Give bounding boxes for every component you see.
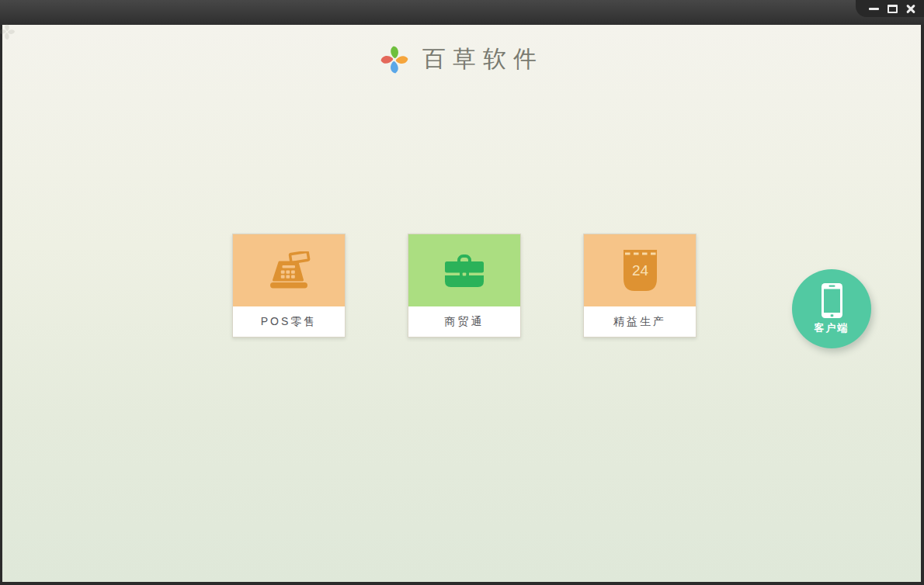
trade-tile-top [408,234,520,306]
maximize-icon [888,5,898,13]
close-icon [905,3,916,14]
product-card-lean[interactable]: 24 精益生产 [583,234,696,338]
client-button-label: 客户端 [815,321,849,335]
product-label-lean: 精益生产 [584,306,696,337]
product-label-trade: 商贸通 [408,306,520,337]
briefcase-icon [445,254,484,287]
calendar-icon: 24 [622,250,658,291]
product-label-pos: POS零售 [233,306,345,337]
app-title: 百草软件 [422,43,544,75]
pinwheel-logo-icon [380,45,409,74]
title-bar[interactable] [0,0,924,25]
minimize-icon [869,8,879,10]
app-window: 百草软件 [0,0,924,585]
window-controls [856,0,924,17]
app-header: 百草软件 [2,43,921,75]
client-app-button[interactable]: 客户端 [792,269,871,348]
lean-tile-top: 24 [584,234,696,306]
calendar-day-number: 24 [631,262,648,279]
product-card-pos[interactable]: POS零售 [232,234,346,338]
minimize-button[interactable] [867,1,881,16]
cash-register-icon [266,251,312,290]
corner-watermark-pinwheel-icon [0,23,16,43]
smartphone-icon [821,282,843,319]
pos-tile-top [233,234,345,306]
maximize-button[interactable] [885,1,899,16]
main-content: 百草软件 [2,25,921,582]
product-tiles: POS零售 商贸通 [232,234,696,338]
close-button[interactable] [904,1,918,16]
product-card-trade[interactable]: 商贸通 [408,234,521,338]
